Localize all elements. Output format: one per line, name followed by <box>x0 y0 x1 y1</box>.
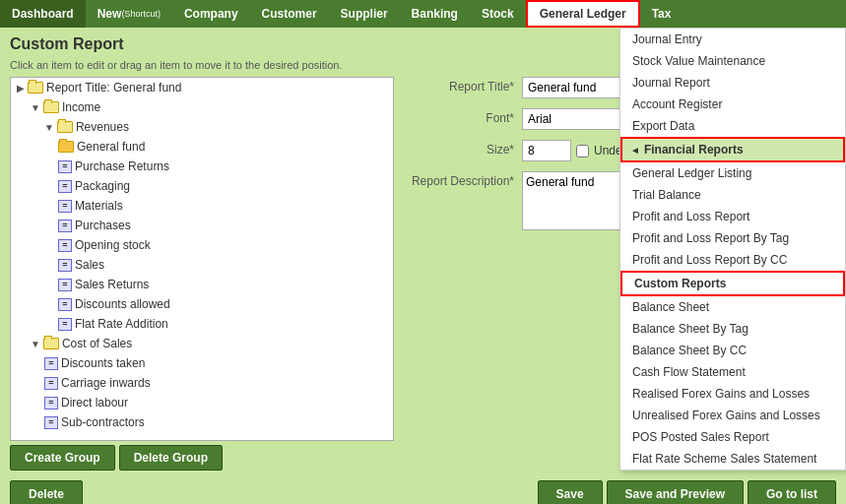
dropdown-realised-forex[interactable]: Realised Forex Gains and Losses <box>620 383 845 405</box>
footer-right: Save Save and Preview Go to list <box>538 480 836 504</box>
top-navigation: Dashboard New(Shortcut) Company Customer… <box>0 0 846 28</box>
save-button[interactable]: Save <box>538 480 603 504</box>
font-label: Font* <box>404 108 522 125</box>
tree-item-purchases[interactable]: = Purchases <box>11 216 393 235</box>
footer: Delete Save Save and Preview Go to list <box>10 476 836 504</box>
tree-item-general-fund[interactable]: General fund <box>11 137 393 157</box>
nav-dashboard[interactable]: Dashboard <box>0 0 86 28</box>
tree-item-sales-returns[interactable]: = Sales Returns <box>11 275 393 294</box>
dropdown-custom-reports[interactable]: Custom Reports <box>620 271 845 296</box>
eq-icon: = <box>58 259 72 272</box>
tree-buttons: Create Group Delete Group <box>10 445 394 471</box>
nav-general-ledger[interactable]: General Ledger <box>526 0 640 28</box>
nav-supplier[interactable]: Supplier <box>329 0 400 28</box>
folder-icon <box>58 141 74 153</box>
tree-item-discounts-taken[interactable]: = Discounts taken <box>11 353 393 373</box>
tree-item-purchase-returns[interactable]: = Purchase Returns <box>11 157 393 176</box>
delete-button[interactable]: Delete <box>10 480 83 504</box>
create-group-button[interactable]: Create Group <box>10 445 115 471</box>
eq-icon: = <box>58 239 72 252</box>
eq-icon: = <box>58 160 72 173</box>
nav-tax[interactable]: Tax <box>640 0 683 28</box>
dropdown-financial-reports-header[interactable]: ◄ Financial Reports <box>620 137 845 162</box>
eq-icon: = <box>44 357 58 370</box>
dropdown-account-register[interactable]: Account Register <box>620 94 845 115</box>
nav-new[interactable]: New(Shortcut) <box>86 0 172 28</box>
size-label: Size* <box>404 140 522 157</box>
footer-left: Delete <box>10 480 83 504</box>
tree-item-cost-of-sales[interactable]: ▼ Cost of Sales <box>11 334 393 353</box>
eq-icon: = <box>58 318 72 331</box>
underline-checkbox[interactable] <box>576 145 589 158</box>
eq-icon: = <box>44 377 58 390</box>
eq-icon: = <box>58 298 72 311</box>
dropdown-trial-balance[interactable]: Trial Balance <box>620 184 845 206</box>
dropdown-balance-sheet[interactable]: Balance Sheet <box>620 296 845 318</box>
tree-item-revenues[interactable]: ▼ Revenues <box>11 117 393 137</box>
tree-panel[interactable]: ▶ Report Title: General fund ▼ Income <box>10 77 394 441</box>
tree-item-sales[interactable]: = Sales <box>11 255 393 275</box>
report-title-label: Report Title* <box>404 77 522 94</box>
delete-group-button[interactable]: Delete Group <box>119 445 223 471</box>
eq-icon: = <box>58 220 72 232</box>
dropdown-export-data[interactable]: Export Data <box>620 115 845 137</box>
dropdown-pos-sales[interactable]: POS Posted Sales Report <box>620 426 845 448</box>
tree-item-income[interactable]: ▼ Income <box>11 97 393 117</box>
tree-item-packaging[interactable]: = Packaging <box>11 176 393 196</box>
general-ledger-dropdown: Journal Entry Stock Value Maintenance Jo… <box>619 28 846 471</box>
dropdown-balance-sheet-tag[interactable]: Balance Sheet By Tag <box>620 318 845 340</box>
tree-item-flat-rate-addition[interactable]: = Flat Rate Addition <box>11 314 393 334</box>
eq-icon: = <box>58 180 72 193</box>
folder-open-icon <box>28 82 43 94</box>
dropdown-balance-sheet-cc[interactable]: Balance Sheet By CC <box>620 340 845 361</box>
tree-item-report-title[interactable]: ▶ Report Title: General fund <box>11 78 393 97</box>
dropdown-journal-entry[interactable]: Journal Entry <box>620 29 845 50</box>
tree-item-discounts-allowed[interactable]: = Discounts allowed <box>11 294 393 314</box>
tree-item-materials[interactable]: = Materials <box>11 196 393 216</box>
nav-banking[interactable]: Banking <box>400 0 470 28</box>
triangle-icon: ◄ <box>630 145 640 156</box>
nav-company[interactable]: Company <box>172 0 250 28</box>
tree-item-direct-labour[interactable]: = Direct labour <box>11 393 393 412</box>
description-label: Report Description* <box>404 171 522 188</box>
dropdown-stock-value[interactable]: Stock Value Maintenance <box>620 50 845 72</box>
dropdown-profit-loss-tag[interactable]: Profit and Loss Report By Tag <box>620 227 845 249</box>
nav-stock[interactable]: Stock <box>470 0 526 28</box>
dropdown-profit-loss[interactable]: Profit and Loss Report <box>620 206 845 227</box>
dropdown-flat-rate[interactable]: Flat Rate Scheme Sales Statement <box>620 448 845 470</box>
dropdown-cash-flow[interactable]: Cash Flow Statement <box>620 361 845 383</box>
go-to-list-button[interactable]: Go to list <box>748 480 836 504</box>
folder-open-icon <box>43 338 59 349</box>
save-preview-button[interactable]: Save and Preview <box>607 480 744 504</box>
dropdown-profit-loss-cc[interactable]: Profit and Loss Report By CC <box>620 249 845 271</box>
dropdown-journal-report[interactable]: Journal Report <box>620 72 845 94</box>
tree-item-carriage-inwards[interactable]: = Carriage inwards <box>11 373 393 393</box>
dropdown-gl-listing[interactable]: General Ledger Listing <box>620 162 845 184</box>
folder-open-icon <box>57 121 73 133</box>
eq-icon: = <box>58 200 72 213</box>
eq-icon: = <box>44 416 58 429</box>
size-input[interactable] <box>522 140 571 161</box>
eq-icon: = <box>44 397 58 410</box>
tree-item-sub-contractors[interactable]: = Sub-contractors <box>11 412 393 432</box>
dropdown-unrealised-forex[interactable]: Unrealised Forex Gains and Losses <box>620 405 845 426</box>
folder-open-icon <box>43 101 59 113</box>
tree-item-opening-stock[interactable]: = Opening stock <box>11 235 393 255</box>
tree-panel-wrapper: ▶ Report Title: General fund ▼ Income <box>10 77 394 471</box>
eq-icon: = <box>58 279 72 291</box>
nav-customer[interactable]: Customer <box>250 0 329 28</box>
